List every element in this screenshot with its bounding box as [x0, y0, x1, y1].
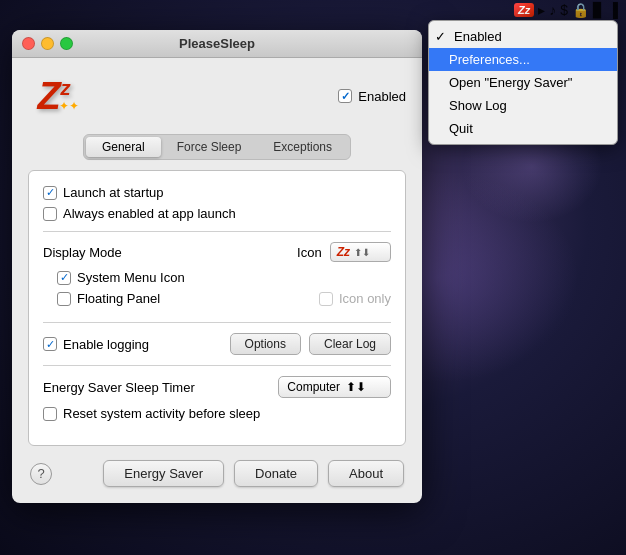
- logging-buttons: Options Clear Log: [230, 333, 391, 355]
- menu-item-enabled[interactable]: Enabled: [429, 25, 617, 48]
- separator-1: [43, 231, 391, 232]
- always-enabled-row: Always enabled at app launch: [43, 206, 391, 221]
- display-mode-row: Display Mode Icon Zz ⬆⬇: [43, 242, 391, 262]
- energy-saver-label: Energy Saver Sleep Timer: [43, 380, 195, 395]
- tab-exceptions[interactable]: Exceptions: [257, 137, 348, 157]
- maximize-button[interactable]: [60, 37, 73, 50]
- volume-icon: ♪: [549, 2, 556, 18]
- system-menu-row: System Menu Icon: [57, 270, 391, 285]
- enable-logging-checkbox[interactable]: [43, 337, 57, 351]
- window-content: Zz ✦✦ Enabled General Force Sleep Except…: [12, 58, 422, 503]
- system-menu-checkbox[interactable]: [57, 271, 71, 285]
- icon-select-group: Icon Zz ⬆⬇: [297, 242, 391, 262]
- general-panel: Launch at startup Always enabled at app …: [28, 170, 406, 446]
- icon-only-checkbox: [319, 292, 333, 306]
- startup-section: Launch at startup Always enabled at app …: [43, 185, 391, 221]
- display-mode-label: Display Mode: [43, 245, 122, 260]
- wifi-icon: ▸: [538, 2, 545, 18]
- launch-startup-row: Launch at startup: [43, 185, 391, 200]
- window-controls: [22, 37, 73, 50]
- logo-stars: ✦✦: [59, 99, 79, 113]
- energy-saver-select[interactable]: Computer ⬆⬇: [278, 376, 391, 398]
- reset-activity-row: Reset system activity before sleep: [43, 406, 391, 421]
- enable-logging-label: Enable logging: [63, 337, 149, 352]
- always-enabled-label: Always enabled at app launch: [63, 206, 236, 221]
- always-enabled-checkbox[interactable]: [43, 207, 57, 221]
- window-footer: ? Energy Saver Donate About: [28, 460, 406, 487]
- reset-activity-label: Reset system activity before sleep: [63, 406, 260, 421]
- icon-only-label: Icon only: [339, 291, 391, 306]
- enabled-checkbox-container[interactable]: Enabled: [338, 89, 406, 104]
- title-bar: PleaseSleep: [12, 30, 422, 58]
- window-header: Zz ✦✦ Enabled: [28, 70, 406, 122]
- launch-startup-checkbox[interactable]: [43, 186, 57, 200]
- window-title: PleaseSleep: [179, 36, 255, 51]
- menubar-icons: Zz ▸ ♪ $ 🔒 ▊ ▐: [514, 2, 618, 18]
- energy-section: Energy Saver Sleep Timer Computer ⬆⬇ Res…: [43, 376, 391, 421]
- icon-label: Icon: [297, 245, 322, 260]
- menu-item-energy-saver[interactable]: Open "Energy Saver": [429, 71, 617, 94]
- separator-3: [43, 365, 391, 366]
- menu-item-preferences[interactable]: Preferences...: [429, 48, 617, 71]
- icon-options: System Menu Icon Floating Panel Icon onl…: [57, 270, 391, 312]
- dollar-icon: $: [560, 2, 568, 18]
- tabs: General Force Sleep Exceptions: [83, 134, 351, 160]
- icon-select-value: Zz: [337, 245, 350, 259]
- donate-button[interactable]: Donate: [234, 460, 318, 487]
- energy-saver-button[interactable]: Energy Saver: [103, 460, 224, 487]
- logging-left: Enable logging: [43, 337, 149, 352]
- reset-activity-checkbox[interactable]: [43, 407, 57, 421]
- dropdown-menu: Enabled Preferences... Open "Energy Save…: [428, 20, 618, 145]
- close-button[interactable]: [22, 37, 35, 50]
- clock-icon: ▐: [608, 2, 618, 18]
- battery-icon: ▊: [593, 2, 604, 18]
- options-button[interactable]: Options: [230, 333, 301, 355]
- app-logo: Zz ✦✦: [28, 70, 80, 122]
- help-button[interactable]: ?: [30, 463, 52, 485]
- main-window: PleaseSleep Zz ✦✦ Enabled General Force …: [12, 30, 422, 503]
- enabled-label: Enabled: [358, 89, 406, 104]
- display-mode-section: Display Mode Icon Zz ⬆⬇ System Menu Icon: [43, 242, 391, 312]
- tabs-container: General Force Sleep Exceptions: [28, 134, 406, 160]
- floating-panel-row: Floating Panel: [57, 291, 160, 306]
- logging-row: Enable logging Options Clear Log: [43, 333, 391, 355]
- enabled-checkbox[interactable]: [338, 89, 352, 103]
- system-menu-label: System Menu Icon: [77, 270, 185, 285]
- separator-2: [43, 322, 391, 323]
- zz-menubar-icon[interactable]: Zz: [514, 3, 534, 17]
- launch-startup-label: Launch at startup: [63, 185, 163, 200]
- floating-panel-label: Floating Panel: [77, 291, 160, 306]
- icon-only-row: Icon only: [319, 291, 391, 306]
- lock-icon: 🔒: [572, 2, 589, 18]
- minimize-button[interactable]: [41, 37, 54, 50]
- menu-item-show-log[interactable]: Show Log: [429, 94, 617, 117]
- energy-row: Energy Saver Sleep Timer Computer ⬆⬇: [43, 376, 391, 398]
- tab-force-sleep[interactable]: Force Sleep: [161, 137, 258, 157]
- energy-saver-arrow-icon: ⬆⬇: [346, 380, 366, 394]
- icon-select[interactable]: Zz ⬆⬇: [330, 242, 391, 262]
- tab-general[interactable]: General: [86, 137, 161, 157]
- menu-item-quit[interactable]: Quit: [429, 117, 617, 140]
- logging-section: Enable logging Options Clear Log: [43, 333, 391, 355]
- clear-log-button[interactable]: Clear Log: [309, 333, 391, 355]
- floating-panel-checkbox[interactable]: [57, 292, 71, 306]
- energy-saver-value: Computer: [287, 380, 340, 394]
- about-button[interactable]: About: [328, 460, 404, 487]
- select-arrows-icon: ⬆⬇: [354, 247, 370, 258]
- footer-buttons: Energy Saver Donate About: [103, 460, 404, 487]
